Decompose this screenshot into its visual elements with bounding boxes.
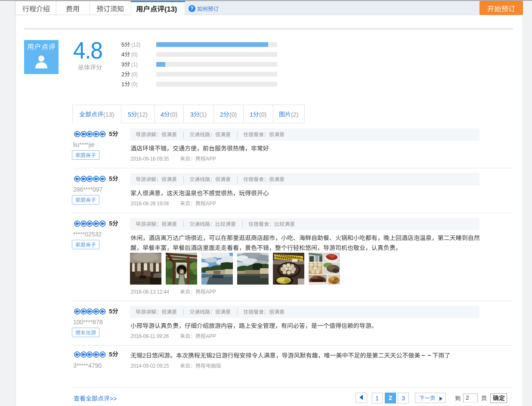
svg-text:(0): (0)	[131, 81, 138, 87]
svg-text:APP: APP	[205, 201, 216, 207]
svg-text:>>: >>	[110, 395, 117, 402]
svg-text:3: 3	[190, 111, 194, 118]
svg-text:5: 5	[109, 175, 112, 182]
svg-text:5: 5	[109, 130, 112, 137]
svg-text:(1): (1)	[131, 62, 138, 68]
svg-text:liu****jie: liu****jie	[73, 141, 95, 148]
svg-text:2: 2	[121, 71, 124, 77]
svg-text:APP: APP	[205, 156, 216, 162]
svg-text:1: 1	[250, 111, 253, 118]
svg-text:(12): (12)	[131, 42, 140, 48]
svg-text:(0): (0)	[131, 71, 138, 77]
svg-text:2016-08-11 09:26: 2016-08-11 09:26	[130, 333, 169, 339]
svg-text:3: 3	[121, 61, 124, 68]
svg-text:1: 1	[121, 81, 124, 87]
svg-text:2: 2	[142, 352, 146, 359]
svg-text:(0): (0)	[131, 52, 138, 58]
svg-text:5: 5	[109, 351, 112, 358]
svg-text:(13): (13)	[164, 5, 177, 13]
svg-text:5: 5	[109, 220, 112, 227]
svg-text:(12): (12)	[137, 111, 148, 118]
svg-text:3: 3	[402, 395, 405, 402]
svg-text:4: 4	[121, 51, 124, 58]
svg-text:2014-09-02 09:25: 2014-09-02 09:25	[130, 363, 169, 369]
svg-text:APP: APP	[205, 289, 216, 295]
svg-text:2: 2	[220, 111, 223, 118]
svg-text:100****878: 100****878	[73, 319, 102, 325]
svg-text:5: 5	[109, 308, 112, 315]
svg-text:5: 5	[121, 41, 124, 48]
svg-text:(0): (0)	[259, 111, 266, 118]
svg-text:2016-09-16 09:35: 2016-09-16 09:35	[130, 156, 169, 162]
svg-text:*****02532: *****02532	[73, 231, 102, 238]
svg-text:(1): (1)	[199, 111, 207, 118]
svg-text:4: 4	[161, 111, 164, 118]
svg-text:286****097: 286****097	[73, 186, 102, 193]
svg-text:(13): (13)	[103, 111, 114, 118]
svg-text:(0): (0)	[229, 111, 237, 118]
svg-text:APP: APP	[205, 333, 216, 339]
svg-text:2016-08-26 19:06: 2016-08-26 19:06	[130, 201, 169, 207]
svg-text:(2): (2)	[291, 111, 298, 118]
svg-text:2: 2	[212, 352, 216, 359]
svg-text:3*****4790: 3*****4790	[73, 362, 102, 369]
svg-text:1: 1	[375, 395, 379, 402]
svg-text:(0): (0)	[170, 111, 177, 118]
svg-text:2016-08-13 12:44: 2016-08-13 12:44	[130, 289, 169, 295]
svg-text:4.8: 4.8	[73, 37, 102, 63]
svg-text:5: 5	[128, 111, 131, 118]
